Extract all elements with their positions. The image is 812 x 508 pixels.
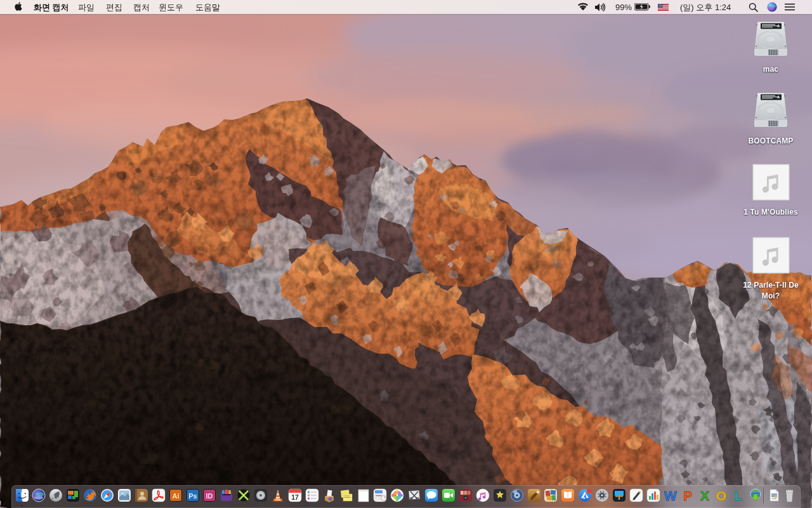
svg-text:W: W — [664, 488, 677, 502]
svg-text:P: P — [683, 488, 692, 502]
svg-text:ID: ID — [206, 492, 213, 500]
svg-text:X: X — [700, 488, 709, 502]
svg-text:17: 17 — [291, 493, 299, 501]
svg-text:Ai: Ai — [172, 492, 179, 500]
svg-text:Ps: Ps — [188, 492, 197, 500]
svg-text:L: L — [735, 488, 743, 502]
svg-text:O: O — [716, 488, 726, 502]
